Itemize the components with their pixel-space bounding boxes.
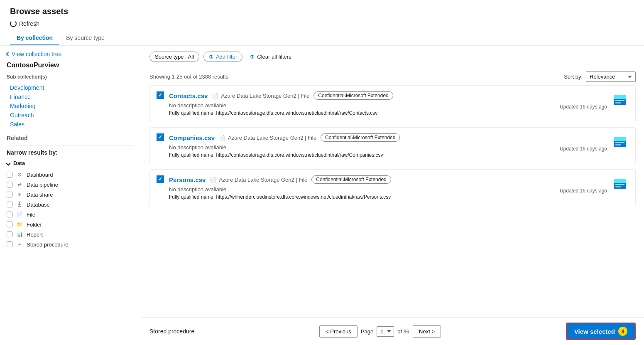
stored-procedure-icon: ⊟ [16,241,23,248]
asset-icon-contacts [612,91,629,108]
filter-stored-procedure-checkbox[interactable] [7,242,12,247]
database-icon: 🗄 [16,201,23,208]
asset-checkbox-persons[interactable]: ✓ [157,175,164,183]
source-type-filter[interactable]: Source type : All [149,52,199,62]
filter-data-pipeline: ⇌ Data pipeline [7,180,134,190]
filter-data-share-checkbox[interactable] [7,192,12,197]
view-selected-button[interactable]: View selected 3 [566,323,636,340]
report-icon: 📊 [16,231,23,238]
previous-button[interactable]: < Previous [319,325,358,338]
asset-type-companies: 📄 Azure Data Lake Storage Gen2 | File [219,135,316,141]
asset-checkbox-contacts[interactable]: ✓ [157,91,164,99]
file-type-icon-2: 📄 [219,135,225,141]
tab-by-collection[interactable]: By collection [10,31,59,45]
filter-bar: Source type : All ⚗ Add filter ⚗ Clear a… [141,46,644,68]
filter-data-pipeline-checkbox[interactable] [7,182,12,187]
filter-dashboard-checkbox[interactable] [7,172,12,177]
asset-fqn-companies: Fully qualified name: https://contososto… [169,152,544,158]
data-share-icon: ⊞ [16,191,23,198]
asset-info-contacts: Contacts.csv 📄 Azure Data Lake Storage G… [169,91,544,116]
svg-rect-6 [615,142,624,143]
next-button[interactable]: Next > [413,325,441,338]
add-filter-button[interactable]: ⚗ Add filter [203,52,242,62]
main-panel: Source type : All ⚗ Add filter ⚗ Clear a… [141,46,644,345]
clear-filters-button[interactable]: ⚗ Clear all filters [247,52,294,62]
filter-file: 📄 File [7,209,134,219]
asset-tag-contacts: Confidential\Microsoft Extended [313,91,393,100]
sub-collections-label: Sub collection(s) [7,74,134,80]
filter-database: 🗄 Database [7,200,134,209]
asset-name-persons[interactable]: Persons.csv [169,176,206,183]
results-bar: Showing 1-25 out of 2388 results Sort by… [141,68,644,85]
filter-folder: 📁 Folder [7,219,134,229]
data-section-header[interactable]: Data [7,160,134,166]
selected-count-badge: 3 [618,327,627,336]
asset-tag-persons: Confidential\Microsoft Extended [311,175,391,184]
assets-list: ✓ Contacts.csv 📄 Azure Data Lake Storage… [141,85,644,317]
page-title: Browse assets [10,7,634,16]
asset-card-persons: ✓ Persons.csv 📄 Azure Data Lake Storage … [149,169,636,206]
sub-collection-finance[interactable]: Finance [7,92,134,101]
page-label: Page [361,328,373,335]
asset-name-companies[interactable]: Companies.csv [169,134,215,141]
asset-info-companies: Companies.csv 📄 Azure Data Lake Storage … [169,133,544,158]
tab-by-source-type[interactable]: By source type [59,31,111,45]
asset-name-contacts[interactable]: Contacts.csv [169,92,208,99]
asset-icon-persons [612,175,629,192]
svg-rect-11 [615,186,621,187]
sort-select[interactable]: Relevance Name Updated date [586,71,636,82]
svg-rect-5 [614,137,626,141]
filter-database-checkbox[interactable] [7,202,12,207]
asset-desc-companies: No description available [169,144,544,150]
sub-collections-list: Development Finance Marketing Outreach S… [7,83,134,129]
asset-icon-companies [612,133,629,150]
checkmark-icon-3: ✓ [158,176,162,182]
narrow-label: Narrow results by: [7,149,134,156]
sub-collection-outreach[interactable]: Outreach [7,111,134,120]
page-select[interactable]: 1 2 3 [377,326,394,337]
filter-report-checkbox[interactable] [7,232,12,237]
svg-rect-1 [614,95,626,99]
filter-folder-checkbox[interactable] [7,222,12,227]
folder-icon: 📁 [16,221,23,228]
file-icon: 📄 [16,211,23,218]
refresh-button[interactable]: Refresh [10,20,39,27]
filter-data-share: ⊞ Data share [7,190,134,200]
svg-rect-10 [615,184,624,185]
pagination-controls: < Previous Page 1 2 3 of 96 Next > [319,325,441,338]
data-pipeline-icon: ⇌ [16,181,23,188]
asset-fqn-persons: Fully qualified name: https://whhendercl… [169,194,544,200]
asset-meta-contacts: Updated 16 days ago [549,91,607,110]
sort-section: Sort by: Relevance Name Updated date [564,71,636,82]
chevron-down-icon [6,161,10,165]
svg-rect-3 [615,102,621,104]
view-collection-tree-link[interactable]: View collection tree [7,51,134,57]
svg-rect-7 [615,144,621,145]
filter-file-checkbox[interactable] [7,212,12,217]
asset-type-persons: 📄 Azure Data Lake Storage Gen2 | File [210,177,307,183]
asset-card-contacts: ✓ Contacts.csv 📄 Azure Data Lake Storage… [149,85,636,122]
file-type-icon-3: 📄 [210,177,216,183]
sub-collection-marketing[interactable]: Marketing [7,101,134,111]
asset-meta-persons: Updated 16 days ago [549,175,607,194]
sub-collection-sales[interactable]: Sales [7,120,134,129]
sort-label: Sort by: [564,74,583,80]
svg-rect-9 [614,179,626,183]
asset-desc-persons: No description available [169,186,544,192]
filter-dashboard: ⊙ Dashboard [7,170,134,180]
asset-meta-companies: Updated 16 days ago [549,133,607,152]
svg-rect-2 [615,100,624,101]
asset-checkbox-companies[interactable]: ✓ [157,133,164,141]
data-section: Data ⊙ Dashboard ⇌ Data pipeline ⊞ Data … [7,160,134,249]
sub-collection-development[interactable]: Development [7,83,134,92]
filter-report: 📊 Report [7,229,134,239]
pagination-bar: Stored procedure < Previous Page 1 2 3 o… [141,317,644,345]
asset-desc-contacts: No description available [169,102,544,108]
funnel-icon: ⚗ [209,54,213,60]
checkmark-icon-2: ✓ [158,134,162,140]
asset-tag-companies: Confidential\Microsoft Extended [321,133,400,142]
divider [7,145,134,146]
related-label: Related [7,135,134,141]
clear-funnel-icon: ⚗ [250,54,255,60]
filter-stored-procedure: ⊟ Stored procedure [7,239,134,249]
